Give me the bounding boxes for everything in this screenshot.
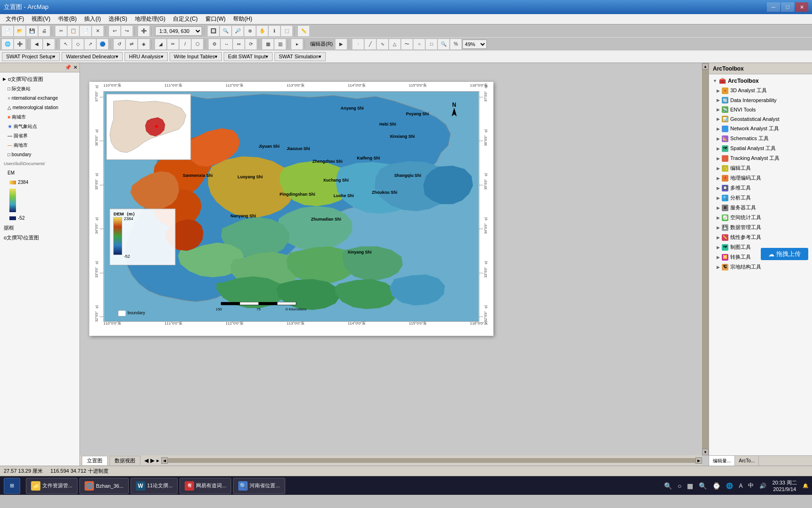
select-features-button[interactable]: ⬚: [281, 26, 292, 36]
tray-icon-1[interactable]: 🔍: [664, 482, 672, 490]
scroll-right-arrow[interactable]: ▶: [695, 457, 702, 464]
close-button[interactable]: ✕: [795, 2, 808, 12]
layer-item-4[interactable]: △ meteorological station: [0, 103, 79, 112]
sketch-tool[interactable]: ✏: [167, 39, 179, 49]
toolbox-multidim[interactable]: ▶ 🔲 多维工具: [709, 183, 812, 193]
rt-tab-1[interactable]: 编辑量...: [709, 456, 735, 466]
tray-icon-9[interactable]: 🔊: [759, 483, 766, 489]
layer-item-frame[interactable]: 据框: [0, 223, 79, 233]
swat-project-setup[interactable]: SWAT Project Setup▾: [2, 52, 60, 61]
tray-icon-6[interactable]: 🌐: [726, 483, 733, 489]
map-tab-1[interactable]: 立置图: [82, 456, 108, 465]
cut-button[interactable]: ✂: [55, 26, 67, 36]
map-nav-prev[interactable]: ◀: [144, 457, 148, 464]
delete-button[interactable]: ✕: [92, 26, 103, 36]
edit-play[interactable]: ▶: [336, 39, 347, 49]
map-canvas[interactable]: 110°0'0"东 111°0'0"东 112°0'0"东 113°0'0"东 …: [80, 63, 709, 466]
toolbox-linear-ref[interactable]: ▶ 📏 线性参考工具: [709, 232, 812, 242]
menu-insert[interactable]: 插入(I): [80, 14, 104, 24]
copy-button[interactable]: 📋: [68, 26, 79, 36]
tray-icon-3[interactable]: ▦: [687, 482, 693, 490]
scroll-down-arrow[interactable]: ▼: [702, 449, 709, 455]
draw-rect[interactable]: □: [426, 39, 437, 49]
layer-item[interactable]: ▶ ο文撰写\位置图: [0, 74, 79, 84]
measure-ruler[interactable]: ◢: [155, 39, 166, 49]
rotate-tool[interactable]: ↺: [114, 39, 125, 49]
map-nav-more[interactable]: ▸: [156, 457, 159, 464]
scroll-thumb-h[interactable]: [168, 458, 695, 463]
scroll-up-arrow[interactable]: ▲: [702, 63, 709, 70]
zoom-out-button[interactable]: 🔎: [232, 26, 243, 36]
full-extent-button[interactable]: 🔲: [208, 26, 219, 36]
zoom-layer-button[interactable]: ⊕: [244, 26, 256, 36]
pan-button[interactable]: ✋: [257, 26, 268, 36]
draw-curve[interactable]: ∿: [377, 39, 388, 49]
tray-icon-2[interactable]: ○: [678, 482, 681, 490]
menu-geoprocess[interactable]: 地理处理(G): [131, 14, 169, 24]
toolbox-data-interop[interactable]: ▶ 🔄 Data Interoperability: [709, 95, 812, 105]
taskbar-app-files[interactable]: 📁 文件资源管...: [26, 478, 78, 494]
line-tool[interactable]: /: [180, 39, 191, 49]
layer-item-8[interactable]: — 南地市: [0, 141, 79, 150]
toolbox-parcel[interactable]: ▶ 🏗 宗地结构工具: [709, 262, 812, 272]
layer-item-2[interactable]: □ 际交换站: [0, 84, 79, 94]
zoom-in-button[interactable]: 🔍: [220, 26, 231, 36]
menu-window[interactable]: 窗口(W): [202, 14, 229, 24]
layout-tool-2[interactable]: ▥: [274, 39, 286, 49]
cursor-tool[interactable]: ↗: [85, 39, 96, 49]
more-tool-4[interactable]: ⟳: [245, 39, 257, 49]
toolbox-geostat[interactable]: ▶ 📊 Geostatistical Analyst: [709, 114, 812, 124]
save-button[interactable]: 💾: [26, 26, 38, 36]
layer-item-7[interactable]: — 国省界: [0, 131, 79, 141]
vertex-tool[interactable]: ◈: [138, 39, 149, 49]
scroll-thumb-v[interactable]: [702, 70, 709, 449]
draw-freehand[interactable]: 〜: [401, 39, 413, 49]
tray-icon-7[interactable]: A: [739, 483, 742, 489]
start-button[interactable]: ⊞: [4, 478, 20, 494]
layer-item-3[interactable]: ○ nternational exchange: [0, 94, 79, 103]
undo-button[interactable]: ↩: [109, 26, 120, 36]
more-btn[interactable]: ▸: [291, 39, 303, 49]
toolbox-data-mgmt[interactable]: ▶ 💾 数据管理工具: [709, 222, 812, 232]
taskbar-app-henan[interactable]: 🔍 河南省位置...: [233, 478, 285, 494]
toolbox-edit[interactable]: ▶ ✏️ 编辑工具: [709, 163, 812, 173]
tray-icon-8[interactable]: 中: [748, 482, 754, 490]
watershed-delineator[interactable]: Watershed Delineator▾: [62, 52, 123, 61]
draw-point[interactable]: ·: [352, 39, 364, 49]
layout-tool-1[interactable]: ▦: [262, 39, 273, 49]
draw-line[interactable]: ╱: [365, 39, 376, 49]
more-tool-3[interactable]: ⇔: [233, 39, 244, 49]
toolbox-3d-analyst[interactable]: ▶ 🔺 3D Analyst 工具: [709, 86, 812, 95]
editor-label[interactable]: 编辑器(R): [308, 40, 335, 48]
taskbar-clock[interactable]: 20:33 周二 2021/9/14: [772, 479, 797, 492]
tray-icon-4[interactable]: 🔍: [699, 482, 707, 490]
zoom-level-select[interactable]: 49%: [462, 40, 487, 49]
back-extent-button[interactable]: ◀: [31, 39, 42, 49]
v-scrollbar[interactable]: ▲ ▼: [702, 63, 709, 455]
layer-item-6[interactable]: ★ 南气象站点: [0, 122, 79, 131]
new-button[interactable]: 📄: [2, 26, 13, 36]
rt-tab-2[interactable]: ArcTo...: [735, 456, 759, 466]
menu-help[interactable]: 帮助(H): [229, 14, 256, 24]
menu-bookmark[interactable]: 书签(B): [54, 14, 80, 24]
redo-button[interactable]: ↪: [121, 26, 133, 36]
toolbox-schematics[interactable]: ▶ 📐 Schematics 工具: [709, 134, 812, 143]
print-button[interactable]: 🖨: [39, 26, 50, 36]
toolbox-envi[interactable]: ▶ 📡 ENVI Tools: [709, 105, 812, 114]
toolbox-spatial-analyst[interactable]: ▶ 🗺 Spatial Analyst 工具: [709, 143, 812, 153]
paste-button[interactable]: 📄: [80, 26, 91, 36]
zoom-select[interactable]: 🔍: [438, 39, 449, 49]
menu-view[interactable]: 视图(V): [28, 14, 54, 24]
notification-icon[interactable]: 🔔: [803, 483, 808, 488]
draw-poly2[interactable]: △: [389, 39, 400, 49]
toolbox-spatial-stats[interactable]: ▶ 📈 空间统计工具: [709, 213, 812, 222]
toolbox-analysis[interactable]: ▶ 🔍 分析工具: [709, 193, 812, 203]
info-tool[interactable]: 🔵: [97, 39, 108, 49]
toolbox-tracking-analyst[interactable]: ▶ 📍 Tracking Analyst 工具: [709, 153, 812, 163]
measure-button[interactable]: 📏: [298, 26, 309, 36]
edit-vertex[interactable]: ◇: [72, 39, 84, 49]
taskbar-app-browser[interactable]: 🌐 Bzhan_36...: [79, 478, 129, 494]
polygon-tool[interactable]: ⬡: [192, 39, 203, 49]
toolbox-server[interactable]: ▶ 🖥 服务器工具: [709, 203, 812, 213]
zoom-percent[interactable]: %: [450, 39, 461, 49]
